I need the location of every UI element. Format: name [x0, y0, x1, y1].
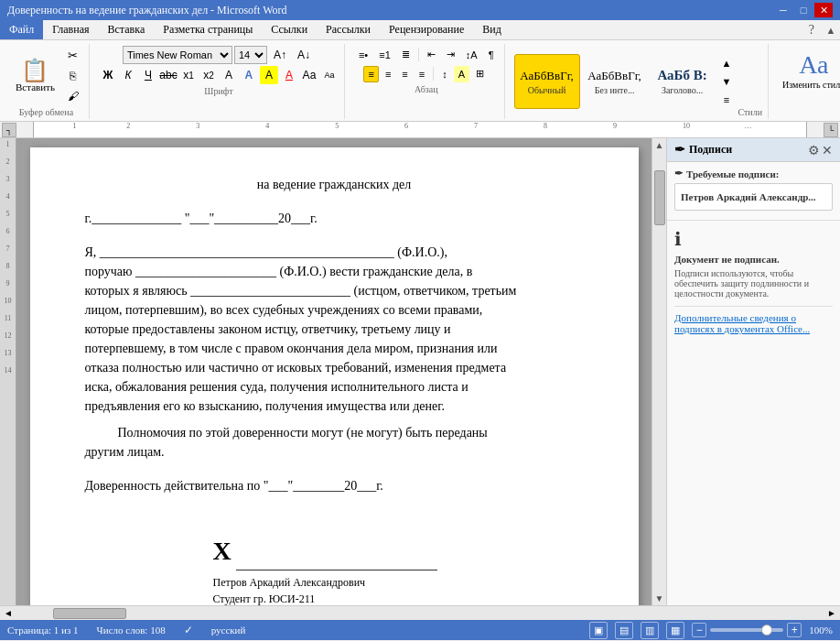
align-left-button[interactable]: ≡ — [363, 66, 378, 82]
ribbon-minimize-button[interactable]: ▲ — [822, 23, 840, 38]
shading-button[interactable]: A — [454, 66, 469, 82]
signer-item[interactable]: Петров Аркадий Александр... — [674, 183, 833, 211]
menu-home[interactable]: Главная — [43, 20, 98, 39]
superscript-button[interactable]: x2 — [199, 66, 218, 84]
v-ruler-2: 2 — [6, 158, 10, 166]
font-name-select[interactable]: Times New Roman — [123, 46, 232, 64]
cut-button[interactable]: ✂ — [63, 46, 83, 65]
doc-page[interactable]: на ведение гражданских дел г.___________… — [30, 147, 639, 605]
panel-settings-button[interactable]: ⚙ — [808, 143, 820, 158]
show-marks-button[interactable]: ¶ — [484, 47, 499, 63]
close-button[interactable]: ✕ — [814, 3, 833, 17]
decrease-indent-button[interactable]: ⇤ — [423, 46, 440, 63]
h-scroll-thumb[interactable] — [53, 608, 126, 619]
ruler-mark-6: 6 — [404, 122, 408, 130]
v-ruler-14: 14 — [5, 366, 12, 375]
style-heading[interactable]: АаБб В: Заголово... — [650, 54, 716, 109]
italic-button[interactable]: К — [119, 66, 137, 84]
h-scroll-left[interactable]: ◄ — [0, 608, 16, 618]
menu-insert[interactable]: Вставка — [99, 20, 155, 39]
menu-references[interactable]: Ссылки — [262, 20, 317, 39]
view-layout2[interactable]: ▤ — [615, 622, 633, 639]
menu-review[interactable]: Рецензирование — [380, 20, 473, 39]
scroll-up-arrow[interactable]: ▲ — [653, 138, 666, 152]
horizontal-scrollbar[interactable]: ◄ ► — [0, 605, 840, 620]
borders-button[interactable]: ⊞ — [471, 65, 489, 82]
change-style-button[interactable]: Аа Изменить стили — [778, 46, 840, 94]
subscript-button[interactable]: x1 — [179, 66, 198, 84]
h-scroll-right[interactable]: ► — [824, 608, 840, 618]
view-layout4[interactable]: ▦ — [666, 622, 684, 639]
doc-title-text: на ведение гражданских дел — [257, 178, 412, 191]
para-row1: ≡• ≡1 ≣ ⇤ ⇥ ↕A ¶ — [354, 46, 499, 63]
maximize-button[interactable]: □ — [794, 3, 813, 17]
decrease-font-button[interactable]: A↓ — [293, 46, 315, 64]
underline-button[interactable]: Ч — [139, 66, 157, 84]
signer-name-text: Петров Аркадий Александрович — [213, 576, 366, 589]
highlight-button[interactable]: A — [260, 66, 278, 84]
page-count: Страница: 1 из 1 — [7, 625, 79, 636]
scroll-thumb[interactable] — [654, 170, 665, 225]
font-row2: Ж К Ч abc x1 x2 A A A A Аа Аа — [99, 66, 339, 84]
ruler-mark-10: 10 — [683, 122, 690, 130]
style-normal[interactable]: АаБбВвГг, Обычный — [514, 54, 580, 109]
sort-button[interactable]: ↕A — [461, 47, 482, 63]
style-no-spacing[interactable]: АаБбВвГг, Без инте... — [582, 54, 648, 109]
help-icon[interactable]: ? — [802, 23, 822, 38]
menu-mailings[interactable]: Рассылки — [317, 20, 380, 39]
paste-button[interactable]: 📋 Вставить — [9, 57, 61, 95]
clear-format-button[interactable]: A — [220, 66, 238, 84]
styles-scroll-up[interactable]: ▲ — [717, 55, 737, 71]
numbering-button[interactable]: ≡1 — [374, 47, 395, 63]
ruler-mark-4: 4 — [265, 122, 269, 130]
clipboard-group: 📋 Вставить ✂ ⎘ 🖌 Буфер обмена — [4, 44, 90, 119]
font-color-button[interactable]: A — [280, 66, 298, 84]
line-spacing-button[interactable]: ↕ — [437, 66, 452, 82]
vertical-ruler-toggle[interactable]: └ — [824, 123, 838, 137]
signer-full-name: Петров Аркадий Александрович — [213, 574, 584, 591]
view-layout3[interactable]: ▥ — [641, 622, 659, 639]
vertical-scrollbar[interactable]: ▲ ▼ — [652, 138, 666, 605]
minimize-button[interactable]: ─ — [774, 3, 792, 17]
copy-button[interactable]: ⎘ — [63, 67, 83, 85]
styles-more[interactable]: ≡ — [717, 92, 737, 108]
para2-text: Полномочия по этой доверенности могут (н… — [118, 426, 488, 440]
font-large-button[interactable]: Аа — [300, 66, 318, 84]
style-normal-label: Обычный — [528, 85, 565, 95]
zoom-slider[interactable] — [710, 628, 783, 632]
para1-text2: поручаю ______________________ (Ф.И.О.) … — [85, 265, 473, 278]
panel-additional-link[interactable]: Дополнительные сведения о подписях в док… — [674, 312, 810, 334]
font-small-button[interactable]: Аа — [320, 66, 339, 84]
align-right-button[interactable]: ≡ — [397, 66, 412, 82]
zoom-out-button[interactable]: − — [692, 623, 706, 637]
format-painter-button[interactable]: 🖌 — [63, 87, 83, 105]
panel-status-title: Документ не подписан. — [674, 254, 833, 265]
ruler-toggle[interactable]: ┐ — [2, 123, 16, 137]
view-layout1[interactable]: ▣ — [589, 622, 608, 639]
panel-status-divider — [674, 306, 833, 307]
doc-area[interactable]: на ведение гражданских дел г.___________… — [16, 138, 652, 605]
ruler-mark-2: 2 — [126, 122, 130, 130]
menu-file[interactable]: Файл — [0, 20, 43, 39]
styles-scroll-down[interactable]: ▼ — [717, 73, 737, 90]
style-no-spacing-preview: АаБбВвГг, — [587, 69, 641, 83]
scroll-down-arrow[interactable]: ▼ — [653, 592, 666, 605]
menu-layout[interactable]: Разметка страницы — [154, 20, 262, 39]
increase-indent-button[interactable]: ⇥ — [442, 46, 459, 63]
menu-view[interactable]: Вид — [473, 20, 511, 39]
align-center-button[interactable]: ≡ — [381, 66, 395, 82]
bold-button[interactable]: Ж — [99, 66, 117, 84]
zoom-level: 100% — [809, 625, 833, 636]
align-justify-button[interactable]: ≡ — [415, 66, 429, 82]
increase-font-button[interactable]: A↑ — [269, 46, 291, 64]
strikethrough-button[interactable]: abc — [159, 66, 178, 84]
text-effects-button[interactable]: A — [240, 66, 258, 84]
bullets-button[interactable]: ≡• — [354, 47, 372, 63]
zoom-in-button[interactable]: + — [787, 623, 802, 637]
v-ruler-7: 7 — [6, 244, 10, 253]
font-size-select[interactable]: 14 — [234, 46, 267, 64]
paragraph-group: ≡• ≡1 ≣ ⇤ ⇥ ↕A ¶ ≡ ≡ ≡ ≡ ↕ A ⊞ Абзац — [349, 44, 505, 119]
multilevel-button[interactable]: ≣ — [397, 46, 415, 63]
panel-close-button[interactable]: ✕ — [822, 143, 833, 158]
status-bar: Страница: 1 из 1 Число слов: 108 ✓ русск… — [0, 620, 840, 640]
